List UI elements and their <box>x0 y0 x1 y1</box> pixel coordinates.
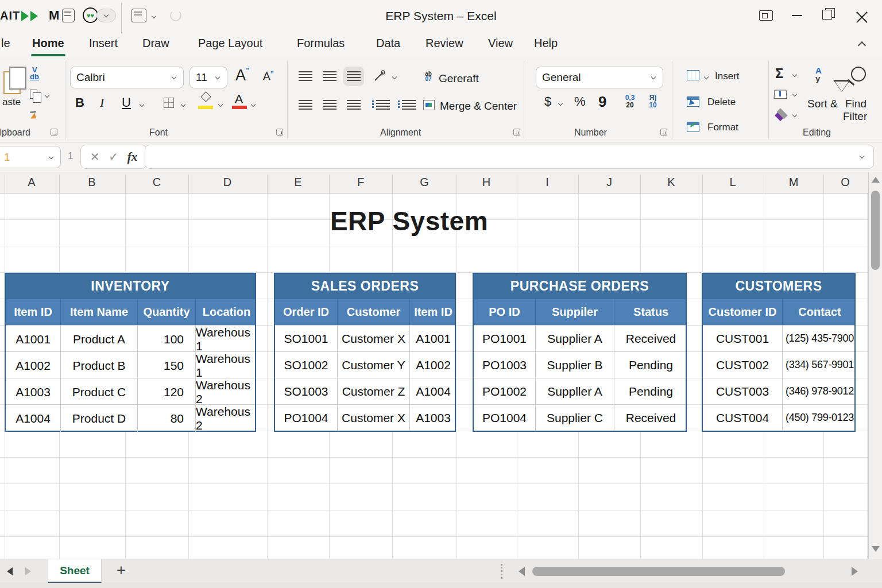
comma-button[interactable]: 9 <box>598 93 606 111</box>
cell[interactable]: Product B <box>60 352 137 380</box>
chevron-down-icon[interactable] <box>860 154 865 160</box>
tab-home[interactable]: Home <box>32 37 64 50</box>
chevron-down-icon[interactable] <box>152 14 157 20</box>
cell[interactable]: Warehous 1 <box>195 352 257 380</box>
copy-icon[interactable] <box>30 90 37 99</box>
font-dialog-launcher[interactable] <box>276 129 283 136</box>
increase-decimal-icon[interactable]: 0,320 <box>620 94 640 114</box>
sheet-title[interactable]: ERP System <box>247 206 571 237</box>
cell[interactable]: A1004 <box>409 378 457 404</box>
chevron-down-icon[interactable] <box>792 72 798 78</box>
align-right-icon[interactable] <box>347 100 361 110</box>
header-cell[interactable]: Suppiler <box>535 299 614 325</box>
cell[interactable]: PO1004 <box>474 405 535 431</box>
cell[interactable]: 150 <box>137 352 195 380</box>
column-header-d[interactable]: D <box>223 176 231 189</box>
vertical-scroll-thumb[interactable] <box>871 191 880 270</box>
collapse-ribbon-icon[interactable] <box>858 41 867 47</box>
cell[interactable]: PO1002 <box>474 378 535 404</box>
chevron-down-icon[interactable] <box>45 93 51 99</box>
chevron-down-icon[interactable] <box>792 113 798 118</box>
tab-file[interactable]: le <box>1 37 10 50</box>
chevron-down-icon[interactable] <box>704 75 710 80</box>
minimize-button[interactable] <box>792 15 802 16</box>
fill-color-icon[interactable] <box>200 93 211 101</box>
cell[interactable]: CUST003 <box>703 378 782 404</box>
cell[interactable]: (346) 978-9012 <box>782 378 857 404</box>
italic-button[interactable]: I <box>100 95 104 110</box>
format-button[interactable]: Format <box>707 122 738 133</box>
cell[interactable]: Received <box>614 405 687 431</box>
fill-down-icon[interactable] <box>773 90 787 99</box>
chevron-down-icon[interactable] <box>392 75 398 80</box>
undo-icon[interactable] <box>170 10 181 21</box>
cell[interactable]: SO1003 <box>275 378 337 404</box>
header-cell[interactable]: Order ID <box>275 299 337 325</box>
autosum-button[interactable]: Σ <box>775 65 783 82</box>
sales-orders-title[interactable]: SALES ORDERS <box>275 274 455 299</box>
align-top-icon[interactable] <box>299 71 312 81</box>
header-cell[interactable]: Item ID <box>6 299 60 325</box>
add-sheet-button[interactable]: + <box>117 562 126 579</box>
dropdown-pill[interactable] <box>96 9 116 22</box>
cell[interactable]: A1002 <box>6 352 60 380</box>
tab-review[interactable]: Review <box>425 37 463 50</box>
header-cell[interactable]: Location <box>195 299 257 325</box>
scrollbar-grip[interactable] <box>501 564 502 579</box>
find-button[interactable]: Find <box>845 98 866 110</box>
cell[interactable]: Supplier A <box>535 326 614 351</box>
chevron-down-icon[interactable] <box>181 102 187 108</box>
cell[interactable]: (334) 567-9901 <box>782 352 857 378</box>
tab-draw[interactable]: Draw <box>142 37 169 50</box>
paste-button[interactable]: aste <box>2 96 21 108</box>
clipboard-dialog-launcher[interactable] <box>51 129 57 136</box>
scroll-left-icon[interactable] <box>519 567 525 576</box>
header-cell[interactable]: Quantity <box>137 299 195 325</box>
formula-input[interactable] <box>145 145 874 169</box>
header-cell[interactable]: PO ID <box>474 299 535 325</box>
column-header-b[interactable]: B <box>88 176 95 189</box>
column-header-a[interactable]: A <box>28 176 35 189</box>
align-left-icon[interactable] <box>299 100 312 110</box>
sheet-nav-right-icon[interactable] <box>25 567 31 575</box>
currency-button[interactable]: $ <box>544 94 551 109</box>
cancel-icon[interactable]: ✕ <box>90 150 100 164</box>
delete-button[interactable]: Delete <box>707 96 736 108</box>
cell[interactable]: Pending <box>614 352 687 378</box>
format-painter-icon[interactable] <box>30 113 38 121</box>
shrink-font-button[interactable]: A” <box>263 70 274 83</box>
name-box[interactable]: 1 <box>0 146 61 168</box>
chevron-down-icon[interactable] <box>251 102 257 108</box>
paste-db-icon[interactable]: db <box>30 72 39 81</box>
cell[interactable]: PO1004 <box>275 405 337 431</box>
quick-access-m[interactable]: M <box>49 8 59 23</box>
align-center-icon[interactable] <box>323 100 336 110</box>
merge-center-button[interactable]: Merge & Center <box>440 100 517 113</box>
cell[interactable]: (450) 799-0123 <box>782 405 857 431</box>
percent-button[interactable]: % <box>574 94 586 109</box>
cell[interactable]: PO1003 <box>474 352 535 378</box>
insert-function-icon[interactable]: fx <box>127 150 138 164</box>
font-name-combobox[interactable]: Calbri <box>70 67 184 88</box>
cell[interactable]: Warehous 1 <box>195 326 257 353</box>
column-header-c[interactable]: C <box>153 176 161 189</box>
column-header-e[interactable]: E <box>294 176 301 189</box>
column-header-g[interactable]: G <box>420 176 429 189</box>
document-icon[interactable] <box>62 9 75 22</box>
column-header-k[interactable]: K <box>667 176 675 189</box>
header-cell[interactable]: Customer ID <box>703 299 782 325</box>
cell[interactable]: SO1002 <box>275 352 337 378</box>
chevron-down-icon[interactable] <box>140 102 145 108</box>
cell[interactable]: CUST002 <box>703 352 782 378</box>
scroll-up-icon[interactable] <box>872 177 880 183</box>
cell[interactable]: A1003 <box>6 378 60 406</box>
chevron-down-icon[interactable] <box>558 101 564 107</box>
purchase-orders-title[interactable]: PURCHASE ORDERS <box>474 274 686 299</box>
number-dialog-launcher[interactable] <box>660 129 667 136</box>
underline-button[interactable]: U <box>122 95 131 110</box>
header-cell[interactable]: Item ID <box>409 299 457 325</box>
save-icon[interactable] <box>131 9 146 22</box>
sheet-nav-left-icon[interactable] <box>7 567 13 575</box>
column-header-m[interactable]: M <box>789 176 799 189</box>
cell[interactable]: Suppller A <box>535 378 614 404</box>
